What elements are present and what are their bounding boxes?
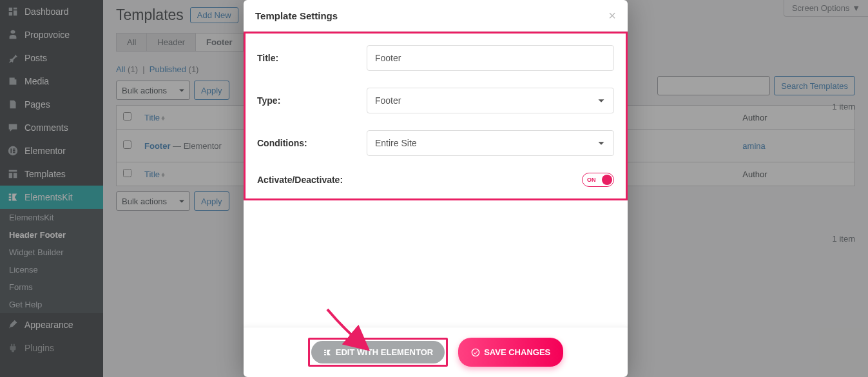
conditions-select[interactable]: Entire Site bbox=[367, 130, 614, 156]
type-select[interactable]: Footer bbox=[367, 88, 614, 113]
conditions-label: Conditions: bbox=[257, 138, 367, 148]
title-input[interactable] bbox=[367, 45, 614, 71]
activate-toggle[interactable]: ON bbox=[582, 173, 614, 187]
edit-with-elementor-button[interactable]: EDIT WITH ELEMENTOR bbox=[311, 341, 445, 363]
template-settings-modal: Template Settings × Title: Type: Footer … bbox=[244, 0, 628, 377]
toggle-on-text: ON bbox=[587, 177, 596, 183]
elementskit-icon bbox=[323, 348, 332, 357]
close-icon[interactable]: × bbox=[608, 9, 616, 22]
modal-title: Template Settings bbox=[255, 10, 338, 21]
svg-point-1 bbox=[472, 349, 479, 356]
check-circle-icon bbox=[471, 348, 480, 357]
save-changes-button[interactable]: SAVE CHANGES bbox=[458, 338, 563, 367]
activate-label: Activate/Deactivate: bbox=[257, 175, 367, 185]
type-label: Type: bbox=[257, 95, 367, 106]
highlight-edit-button: EDIT WITH ELEMENTOR bbox=[308, 338, 448, 367]
title-label: Title: bbox=[257, 53, 367, 63]
highlight-form-region: Title: Type: Footer Conditions: Entire S… bbox=[244, 32, 628, 200]
toggle-knob bbox=[602, 175, 612, 185]
